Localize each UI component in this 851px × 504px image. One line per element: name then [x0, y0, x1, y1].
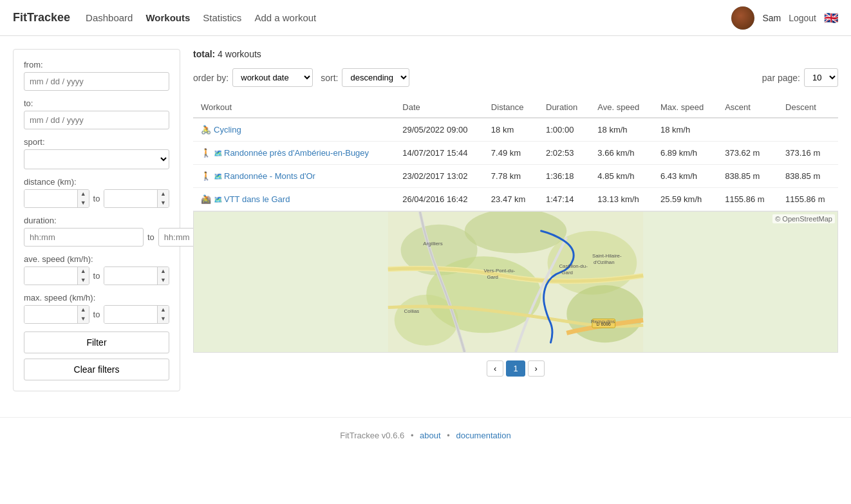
ave-speed-to-up[interactable]: ▲ [158, 267, 169, 276]
nav-link-statistics[interactable]: Statistics [203, 12, 241, 23]
distance-label: distance (km): [24, 177, 169, 187]
distance-from-down[interactable]: ▼ [78, 199, 89, 208]
table-wrapper: Workout Date Distance Duration Ave. spee… [193, 97, 838, 353]
workout-date: 29/05/2022 09:00 [395, 118, 483, 142]
workout-ascent: 1155.86 m [717, 188, 778, 211]
table-row: 🚶🗺️Randonnée près d'Ambérieu-en-Bugey 14… [193, 142, 838, 165]
distance-to-down[interactable]: ▼ [158, 199, 169, 208]
distance-from-spinner: ▲ ▼ [24, 189, 89, 208]
order-by-group: order by: workout date distance duration… [193, 68, 313, 87]
footer-documentation-link[interactable]: documentation [456, 431, 510, 440]
distance-from-input[interactable] [24, 190, 77, 207]
from-input[interactable] [24, 72, 169, 91]
workout-link[interactable]: Randonnée près d'Ambérieu-en-Bugey [224, 148, 369, 158]
workout-duration: 1:00:00 [538, 118, 590, 142]
nav-right: Sam Logout 🇬🇧 [731, 6, 838, 30]
footer-dot-1: • [411, 431, 414, 440]
duration-range: to [24, 228, 169, 247]
workout-ascent: 838.85 m [717, 165, 778, 188]
sport-icon: 🚶 [201, 148, 211, 158]
map-attribution-text: © OpenStreetMap [772, 214, 835, 223]
next-page-button[interactable]: › [528, 360, 545, 377]
nav-flag-icon[interactable]: 🇬🇧 [824, 11, 838, 25]
order-by-select[interactable]: workout date distance duration average s… [232, 68, 313, 87]
sport-icon: 🚴 [201, 125, 211, 135]
col-workout: Workout [193, 97, 395, 118]
per-page-select[interactable]: 5 10 20 50 [804, 68, 838, 87]
nav-link-add-workout[interactable]: Add a workout [254, 12, 316, 23]
footer-version: v0.6.6 [382, 431, 404, 440]
nav-link-workouts[interactable]: Workouts [145, 12, 190, 23]
total-value: 4 workouts [218, 49, 261, 59]
to-input[interactable] [24, 111, 169, 129]
distance-to-label: to [93, 194, 100, 203]
workout-duration: 1:36:18 [538, 165, 590, 188]
workout-link[interactable]: Cycling [214, 125, 241, 135]
col-max-speed: Max. speed [653, 97, 717, 118]
workout-link[interactable]: Randonnée - Monts d'Or [224, 171, 315, 181]
workout-descent: 373.16 m [778, 142, 838, 165]
ave-speed-to-input[interactable] [104, 267, 157, 285]
max-speed-from-up[interactable]: ▲ [78, 306, 89, 315]
workout-max-speed: 6.43 km/h [653, 165, 717, 188]
filter-sidebar: from: to: sport: distance (km): ▲ ▼ to ▲ [13, 49, 180, 391]
controls-bar: order by: workout date distance duration… [193, 68, 838, 87]
workout-ascent: 373.62 m [717, 142, 778, 165]
workout-link[interactable]: VTT dans le Gard [224, 194, 290, 204]
distance-from-up[interactable]: ▲ [78, 190, 89, 199]
filter-button[interactable]: Filter [24, 331, 169, 353]
svg-text:Argilliers: Argilliers [423, 241, 442, 247]
prev-page-button[interactable]: ‹ [487, 360, 503, 377]
ave-speed-to-label: to [93, 271, 100, 281]
table-row: 🚶🗺️Randonnée - Monts d'Or 23/02/2017 13:… [193, 165, 838, 188]
distance-to-input[interactable] [104, 190, 157, 207]
table-header-row: Workout Date Distance Duration Ave. spee… [193, 97, 838, 118]
workout-distance: 23.47 km [483, 188, 538, 211]
nav-logout[interactable]: Logout [789, 13, 816, 23]
ave-speed-from-input[interactable] [24, 267, 77, 285]
svg-text:Gard: Gard [561, 270, 573, 275]
workout-max-speed: 25.59 km/h [653, 188, 717, 211]
distance-to-up[interactable]: ▲ [158, 190, 169, 199]
svg-text:Vers-Pont-du-: Vers-Pont-du- [483, 268, 515, 274]
ave-speed-to-down[interactable]: ▼ [158, 276, 169, 285]
workout-date: 23/02/2017 13:02 [395, 165, 483, 188]
workout-duration: 1:47:14 [538, 188, 590, 211]
sport-icon: 🚵 [201, 194, 211, 204]
svg-text:Collias: Collias [404, 308, 420, 314]
nav-brand[interactable]: FitTrackee [13, 11, 70, 24]
duration-from-input[interactable] [24, 228, 144, 247]
nav-link-dashboard[interactable]: Dashboard [86, 12, 133, 23]
ave-speed-to-spinner: ▲ ▼ [104, 266, 169, 285]
max-speed-from-down[interactable]: ▼ [78, 315, 89, 324]
workout-descent [778, 118, 838, 142]
clear-filters-button[interactable]: Clear filters [24, 359, 169, 380]
workout-distance: 18 km [483, 118, 538, 142]
workout-distance: 7.78 km [483, 165, 538, 188]
sport-select[interactable] [24, 149, 169, 169]
col-date: Date [395, 97, 483, 118]
total-label: total: [193, 49, 215, 59]
current-page-button[interactable]: 1 [506, 360, 525, 377]
max-speed-from-input[interactable] [24, 306, 77, 323]
workout-date: 14/07/2017 15:44 [395, 142, 483, 165]
max-speed-to-down[interactable]: ▼ [158, 315, 169, 324]
workout-ave-speed: 18 km/h [590, 118, 653, 142]
workout-descent: 1155.86 m [778, 188, 838, 211]
workout-max-speed: 18 km/h [653, 118, 717, 142]
footer-about-link[interactable]: about [420, 431, 441, 440]
per-page-label: par page: [762, 73, 800, 83]
workouts-table: Workout Date Distance Duration Ave. spee… [193, 97, 838, 211]
nav-username: Sam [762, 13, 781, 23]
ave-speed-from-spinner: ▲ ▼ [24, 266, 89, 285]
workout-distance: 7.49 km [483, 142, 538, 165]
max-speed-to-up[interactable]: ▲ [158, 306, 169, 315]
footer-dot-2: • [447, 431, 450, 440]
max-speed-to-input[interactable] [104, 306, 157, 323]
avatar[interactable] [731, 6, 754, 30]
sort-select[interactable]: descending ascending [342, 68, 409, 87]
ave-speed-from-down[interactable]: ▼ [78, 276, 89, 285]
max-speed-to-spinner: ▲ ▼ [104, 305, 169, 324]
ave-speed-from-up[interactable]: ▲ [78, 267, 89, 276]
workout-name-cell: 🚶🗺️Randonnée près d'Ambérieu-en-Bugey [193, 142, 395, 165]
